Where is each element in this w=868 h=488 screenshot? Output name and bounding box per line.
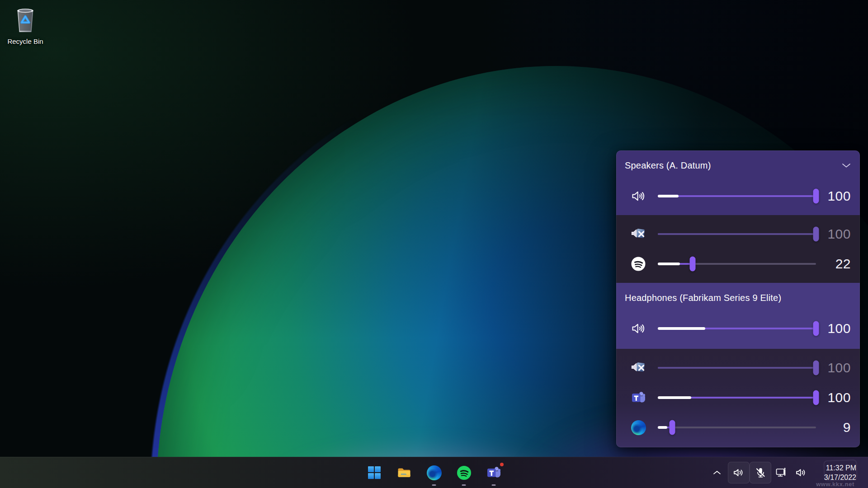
watermark-text: www.kkx.net — [816, 481, 854, 488]
device-section-speakers: Speakers (A. Datum) 100 — [616, 150, 860, 215]
volume-slider[interactable] — [658, 359, 816, 377]
system-sounds-muted-icon[interactable] — [630, 359, 647, 376]
volume-value: 9 — [821, 420, 860, 435]
peak-meter — [658, 263, 680, 265]
volume-slider[interactable] — [658, 225, 816, 243]
peak-meter — [658, 396, 691, 399]
speaker-loud-icon[interactable] — [630, 320, 647, 337]
tray-speaker-button[interactable] — [791, 463, 811, 483]
device-volume-row: 100 — [616, 181, 860, 211]
chevron-down-icon[interactable] — [842, 163, 851, 168]
volume-slider[interactable] — [658, 418, 816, 436]
slider-thumb[interactable] — [813, 361, 819, 375]
volume-value: 100 — [821, 226, 860, 242]
peak-meter — [658, 426, 667, 429]
edge-icon — [427, 465, 442, 480]
spotify-taskbar-button[interactable] — [454, 463, 473, 482]
slider-thumb[interactable] — [669, 420, 675, 435]
running-indicator — [432, 484, 436, 486]
slider-thumb[interactable] — [813, 189, 819, 204]
notification-badge — [499, 462, 505, 467]
taskbar: 11:32 PM 3/17/2022 www.kkx.net — [0, 457, 868, 488]
device-title[interactable]: Headphones (Fabrikam Series 9 Elite) — [625, 293, 781, 303]
tray-volume-button[interactable] — [728, 462, 750, 483]
app-volume-row: 100 — [616, 383, 860, 413]
recycle-bin-label: Recycle Bin — [4, 38, 47, 45]
volume-slider[interactable] — [658, 255, 816, 273]
volume-slider[interactable] — [658, 389, 816, 407]
volume-value: 100 — [821, 188, 860, 204]
pen-display-icon — [775, 467, 787, 479]
system-sounds-muted-icon[interactable] — [630, 225, 647, 243]
slider-thumb[interactable] — [690, 257, 696, 272]
spotify-icon[interactable] — [630, 255, 647, 272]
chevron-up-icon — [713, 470, 721, 475]
taskbar-center-apps — [365, 457, 503, 488]
apps-section-speakers: 100 22 — [616, 215, 860, 283]
teams-icon — [486, 465, 501, 480]
recycle-bin-icon — [13, 5, 38, 34]
app-volume-row: 9 — [616, 413, 860, 442]
teams-taskbar-button[interactable] — [484, 463, 503, 482]
speaker-icon — [733, 467, 745, 479]
tray-overflow-button[interactable] — [709, 464, 725, 482]
running-indicator — [462, 484, 466, 486]
edge-taskbar-button[interactable] — [425, 463, 443, 482]
speaker-loud-icon[interactable] — [630, 188, 647, 205]
device-title[interactable]: Speakers (A. Datum) — [625, 160, 711, 171]
peak-meter — [658, 195, 679, 197]
volume-mixer-flyout: Speakers (A. Datum) 100 — [616, 150, 860, 447]
running-indicator — [492, 484, 496, 486]
slider-thumb[interactable] — [813, 321, 819, 336]
volume-value: 100 — [821, 321, 860, 336]
windows-logo-icon — [368, 466, 381, 479]
tray-mic-muted-button[interactable] — [750, 462, 771, 483]
volume-slider[interactable] — [658, 187, 816, 205]
microphone-muted-icon — [755, 467, 766, 479]
app-volume-row: 22 — [616, 249, 860, 279]
device-volume-row: 100 — [616, 314, 860, 343]
start-button[interactable] — [365, 463, 384, 482]
file-explorer-button[interactable] — [395, 463, 414, 482]
volume-value: 100 — [821, 360, 860, 375]
clock[interactable]: 11:32 PM 3/17/2022 — [815, 463, 856, 482]
app-volume-row: 100 — [616, 219, 860, 249]
slider-thumb[interactable] — [813, 227, 819, 242]
recycle-bin-shortcut[interactable]: Recycle Bin — [4, 5, 47, 45]
edge-icon[interactable] — [630, 419, 647, 436]
peak-meter — [658, 327, 705, 330]
tray-pen-display-button[interactable] — [771, 463, 791, 483]
slider-thumb[interactable] — [813, 390, 819, 405]
volume-value: 100 — [821, 390, 860, 405]
app-volume-row: 100 — [616, 353, 860, 383]
speaker-icon — [795, 467, 807, 479]
file-explorer-icon — [397, 465, 411, 480]
teams-icon[interactable] — [630, 389, 647, 406]
volume-slider[interactable] — [658, 319, 816, 338]
apps-section-headphones: 100 100 9 — [616, 349, 860, 447]
clock-time: 11:32 PM — [815, 463, 856, 473]
device-section-headphones: Headphones (Fabrikam Series 9 Elite) 100 — [616, 283, 860, 349]
volume-value: 22 — [821, 256, 860, 272]
spotify-icon — [457, 465, 472, 480]
